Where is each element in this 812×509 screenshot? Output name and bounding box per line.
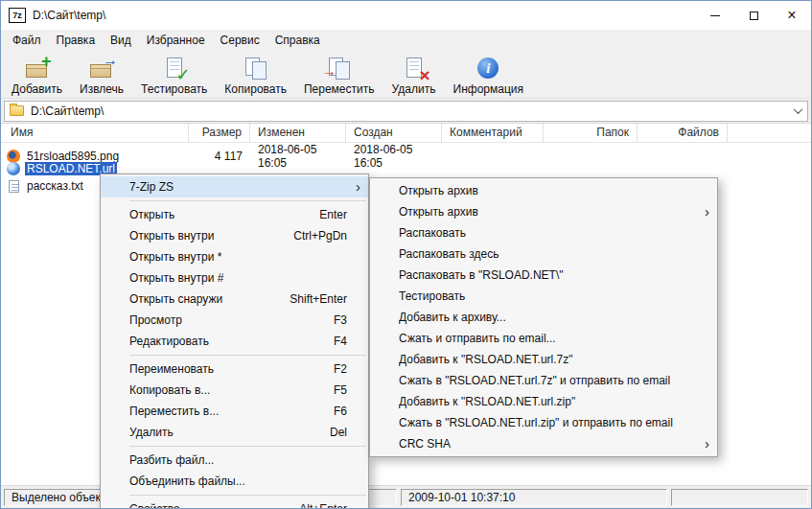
menu-help[interactable]: Справка xyxy=(267,30,328,51)
titlebar[interactable]: 7z D:\Сайт\temp\ xyxy=(1,1,811,30)
file-created: 2018-06-05 16:05 xyxy=(346,143,442,170)
file-size: 4 117 xyxy=(189,150,250,163)
submenu-item-add-to-zip[interactable]: Добавить к "RSLOAD.NET.url.zip" xyxy=(370,391,717,412)
context-menu-item-copy-to[interactable]: Копировать в... F5 xyxy=(101,380,368,401)
file-name-cell: 51rsload5895.png xyxy=(1,150,189,163)
context-menu-item-open-outside[interactable]: Открыть снаружи Shift+Enter xyxy=(101,289,368,310)
file-row-png[interactable]: 51rsload5895.png 4 117 2018-06-05 16:05 … xyxy=(1,143,811,160)
column-header-modified[interactable]: Изменен xyxy=(250,124,346,143)
minimize-icon xyxy=(710,15,720,16)
submenu-item-extract-to-folder[interactable]: Распаковать в "RSLOAD.NET\" xyxy=(370,265,717,286)
maximize-button[interactable] xyxy=(734,1,773,30)
menu-separator xyxy=(129,495,366,496)
context-menu-item-rename[interactable]: Переименовать F2 xyxy=(101,359,368,380)
submenu-arrow-icon xyxy=(705,436,709,451)
move-files-icon xyxy=(325,55,354,81)
address-combobox[interactable]: D:\Сайт\temp\ xyxy=(4,101,808,122)
submenu-item-compress-zip-email[interactable]: Сжать в "RSLOAD.NET.url.zip" и отправить… xyxy=(370,412,717,433)
column-header-name[interactable]: Имя xyxy=(1,124,189,143)
archive-extract-icon xyxy=(87,55,116,81)
submenu-item-compress-email[interactable]: Сжать и отправить по email... xyxy=(370,328,717,349)
file-name: 51rsload5895.png xyxy=(25,150,121,163)
context-menu-item-view[interactable]: Просмотр F3 xyxy=(101,310,368,331)
menu-bar: Файл Правка Вид Избранное Сервис Справка xyxy=(1,30,811,51)
toolbar-copy-button[interactable]: Копировать xyxy=(216,53,295,98)
column-header-size[interactable]: Размер xyxy=(189,124,250,143)
column-header-created[interactable]: Создан xyxy=(346,124,442,143)
column-headers: Имя Размер Изменен Создан Комментарий Па… xyxy=(1,124,811,143)
delete-icon xyxy=(400,55,429,81)
toolbar: Добавить Извлечь Тестировать Копировать … xyxy=(1,51,811,99)
submenu-item-test[interactable]: Тестировать xyxy=(370,286,717,307)
archive-add-icon xyxy=(23,55,52,81)
maximize-icon xyxy=(750,12,758,20)
toolbar-test-button[interactable]: Тестировать xyxy=(132,53,216,98)
context-menu-item-open-inside-star[interactable]: Открыть внутри * xyxy=(101,246,368,267)
context-menu-item-open[interactable]: Открыть Enter xyxy=(101,204,368,225)
address-bar: D:\Сайт\temp\ xyxy=(1,99,811,124)
7zip-submenu: Открыть архив Открыть архив Распаковать … xyxy=(369,177,718,457)
text-file-icon xyxy=(9,180,19,193)
context-menu-item-move-to[interactable]: Переместить в... F6 xyxy=(101,401,368,422)
folder-icon xyxy=(10,105,24,116)
firefox-image-icon xyxy=(7,150,20,163)
context-menu-item-combine-files[interactable]: Объединить файлы... xyxy=(101,471,368,492)
menu-view[interactable]: Вид xyxy=(103,30,139,51)
status-extra xyxy=(671,489,808,506)
toolbar-extract-button[interactable]: Извлечь xyxy=(71,53,132,98)
context-menu-item-split-file[interactable]: Разбить файл... xyxy=(101,450,368,471)
submenu-item-compress-7z-email[interactable]: Сжать в "RSLOAD.NET.url.7z" и отправить … xyxy=(370,370,717,391)
context-menu-item-open-inside-hash[interactable]: Открыть внутри # xyxy=(101,267,368,289)
context-menu-item-edit[interactable]: Редактировать F4 xyxy=(101,331,368,352)
internet-shortcut-icon xyxy=(7,162,20,175)
submenu-item-add-to-archive[interactable]: Добавить к архиву... xyxy=(370,307,717,328)
chevron-down-icon xyxy=(793,104,802,114)
submenu-arrow-icon xyxy=(356,179,360,194)
file-name: рассказ.txt xyxy=(25,179,85,193)
window-title: D:\Сайт\temp\ xyxy=(33,9,696,22)
menu-separator xyxy=(129,355,366,356)
submenu-item-extract[interactable]: Распаковать xyxy=(370,222,717,243)
context-menu-item-open-inside[interactable]: Открыть внутри Ctrl+PgDn xyxy=(101,225,368,246)
address-path: D:\Сайт\temp\ xyxy=(31,104,788,118)
menu-tools[interactable]: Сервис xyxy=(213,30,267,51)
close-icon xyxy=(787,8,796,23)
copy-files-icon xyxy=(242,55,270,81)
toolbar-delete-button[interactable]: Удалить xyxy=(383,53,445,98)
menu-edit[interactable]: Правка xyxy=(49,30,104,51)
column-header-files[interactable]: Файлов xyxy=(638,124,728,143)
test-check-icon xyxy=(160,55,189,81)
submenu-item-open-archive[interactable]: Открыть архив xyxy=(370,180,717,201)
status-timestamp: 2009-10-01 10:37:10 xyxy=(401,489,667,506)
app-icon: 7z xyxy=(9,8,26,23)
app-icon-label: 7z xyxy=(12,11,22,20)
column-header-comment[interactable]: Комментарий xyxy=(442,124,544,143)
column-header-folders[interactable]: Папок xyxy=(544,124,638,143)
file-modified: 2018-06-05 16:05 xyxy=(250,143,346,170)
minimize-button[interactable] xyxy=(696,1,734,30)
close-button[interactable] xyxy=(773,1,811,30)
info-icon xyxy=(474,55,502,81)
context-menu-item-7zip-zs[interactable]: 7-Zip ZS xyxy=(101,176,368,197)
toolbar-add-button[interactable]: Добавить xyxy=(3,53,71,98)
menu-separator xyxy=(129,446,366,447)
address-dropdown-button[interactable] xyxy=(788,102,807,121)
submenu-item-add-to-7z[interactable]: Добавить к "RSLOAD.NET.url.7z" xyxy=(370,349,717,370)
menu-file[interactable]: Файл xyxy=(5,30,49,51)
toolbar-move-button[interactable]: Переместить xyxy=(295,53,383,98)
menu-favorites[interactable]: Избранное xyxy=(139,30,213,51)
context-menu-item-delete[interactable]: Удалить Del xyxy=(101,422,368,443)
toolbar-info-button[interactable]: Информация xyxy=(445,53,532,98)
app-window: { "window": { "icon_text": "7z", "title"… xyxy=(0,0,812,509)
context-menu: 7-Zip ZS Открыть Enter Открыть внутри Ct… xyxy=(100,174,369,509)
submenu-arrow-icon xyxy=(705,204,709,219)
menu-separator xyxy=(129,200,366,201)
submenu-item-extract-here[interactable]: Распаковать здесь xyxy=(370,243,717,265)
column-header-filler xyxy=(728,124,811,143)
submenu-item-crc-sha[interactable]: CRC SHA xyxy=(370,433,717,454)
context-menu-item-properties[interactable]: Свойства Alt+Enter xyxy=(101,498,368,509)
submenu-item-open-archive-as[interactable]: Открыть архив xyxy=(370,201,717,222)
